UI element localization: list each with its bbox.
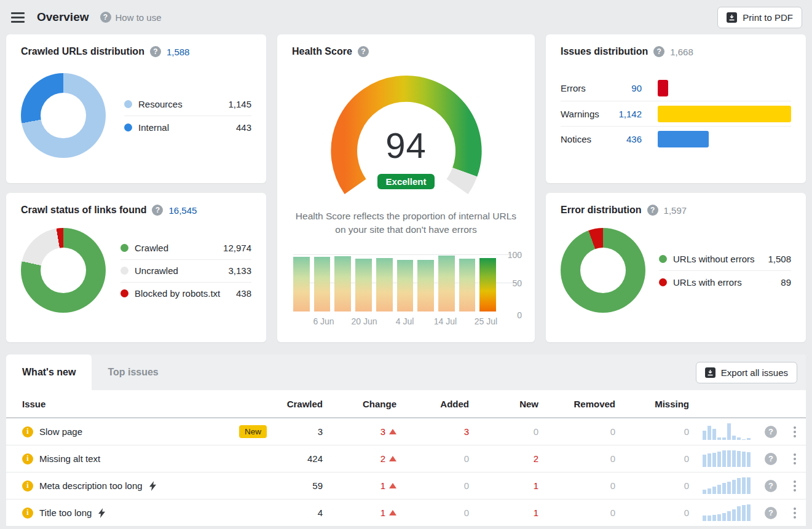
legend: Crawled12,974Uncrawled3,133Blocked by ro…: [120, 237, 251, 305]
column-issue[interactable]: Issue: [6, 399, 270, 409]
history-bar[interactable]: [397, 260, 414, 312]
history-bar[interactable]: [314, 257, 331, 312]
removed-value[interactable]: 0: [538, 480, 615, 491]
change-cell: 1: [323, 507, 396, 518]
help-icon[interactable]: ?: [150, 46, 161, 57]
added-value[interactable]: 3: [396, 426, 469, 437]
issues-bar-label: Errors: [561, 83, 611, 93]
kebab-dot: [794, 458, 796, 460]
history-bar[interactable]: [355, 259, 372, 312]
kebab-menu-icon[interactable]: [794, 507, 796, 519]
table-row[interactable]: iSlow pageNew333000?: [6, 418, 806, 445]
kebab-menu-icon[interactable]: [794, 426, 796, 437]
help-icon[interactable]: ?: [358, 46, 369, 57]
legend: Resources1,145Internal443: [124, 93, 251, 138]
history-bar[interactable]: [293, 257, 310, 312]
issues-bar: [658, 106, 791, 122]
history-plot: 100500: [293, 253, 522, 312]
menu-icon[interactable]: [11, 12, 25, 23]
column-missing[interactable]: Missing: [615, 399, 689, 409]
total-link[interactable]: 1,588: [167, 47, 190, 57]
missing-value[interactable]: 0: [615, 480, 689, 491]
missing-value[interactable]: 0: [615, 453, 689, 464]
history-bar[interactable]: [417, 260, 434, 312]
missing-value[interactable]: 0: [615, 507, 689, 518]
added-value[interactable]: 0: [396, 480, 469, 491]
new-value[interactable]: 1: [469, 480, 538, 491]
how-to-use-link[interactable]: How to use: [116, 12, 162, 23]
kebab-menu-icon[interactable]: [794, 453, 796, 464]
issues-bar-value[interactable]: 90: [611, 83, 642, 93]
issues-bar-label: Warnings: [561, 109, 611, 119]
new-value[interactable]: 2: [469, 453, 538, 464]
column-added[interactable]: Added: [396, 399, 469, 409]
help-icon[interactable]: ?: [647, 205, 658, 216]
column-new[interactable]: New: [469, 399, 538, 409]
change-value[interactable]: 1: [380, 507, 385, 518]
missing-value[interactable]: 0: [615, 426, 689, 437]
table-row[interactable]: iMeta description too long5910100?: [6, 472, 806, 500]
removed-value[interactable]: 0: [538, 453, 615, 464]
print-to-pdf-button[interactable]: Print to PDF: [717, 7, 802, 28]
help-icon[interactable]: ?: [765, 507, 777, 519]
legend-item[interactable]: URLs with errors89: [659, 270, 791, 293]
history-bar[interactable]: [376, 258, 393, 312]
history-bar[interactable]: [438, 256, 455, 312]
tab-whats-new[interactable]: What's new: [6, 355, 92, 390]
sparkline-bar: [727, 450, 731, 467]
legend-item[interactable]: Uncrawled3,133: [120, 259, 251, 282]
warning-icon: i: [22, 480, 33, 492]
legend-item[interactable]: Resources1,145: [124, 93, 251, 116]
legend-value: 12,974: [218, 243, 251, 253]
crawled-value[interactable]: 4: [270, 507, 323, 518]
health-score-history-chart: 1005006 Jun20 Jun4 Jul14 Jul25 Jul: [293, 253, 520, 327]
column-change[interactable]: Change: [323, 399, 396, 409]
x-axis-tick: 4 Jul: [396, 316, 414, 326]
history-bar[interactable]: [479, 258, 496, 312]
table-row[interactable]: iTitle too long410100?: [6, 500, 806, 527]
legend-color-dot: [124, 123, 132, 131]
change-value[interactable]: 3: [380, 426, 385, 437]
help-icon[interactable]: ?: [765, 453, 777, 465]
tab-top-issues[interactable]: Top issues: [92, 355, 174, 390]
legend-item[interactable]: Crawled12,974: [120, 237, 251, 259]
history-bar[interactable]: [459, 259, 476, 312]
new-value[interactable]: 0: [469, 426, 538, 437]
new-value[interactable]: 1: [469, 507, 538, 518]
legend-item[interactable]: URLs without errors1,508: [659, 248, 791, 270]
crawled-value[interactable]: 3: [270, 426, 323, 437]
help-icon[interactable]: ?: [653, 46, 664, 57]
change-value[interactable]: 2: [380, 453, 385, 464]
added-value[interactable]: 0: [396, 507, 469, 518]
crawled-urls-donut-chart: [21, 73, 106, 158]
added-value[interactable]: 0: [396, 453, 469, 464]
removed-value[interactable]: 0: [538, 426, 615, 437]
issues-bar-row: Errors90: [561, 76, 791, 101]
column-removed[interactable]: Removed: [538, 399, 615, 409]
sparkline-bar: [747, 452, 751, 467]
change-value[interactable]: 1: [380, 480, 385, 491]
help-icon[interactable]: ?: [100, 12, 111, 23]
total-link[interactable]: 16,545: [168, 205, 197, 216]
issues-bar-value[interactable]: 1,142: [611, 109, 642, 119]
issue-name-link[interactable]: Missing alt text: [39, 453, 100, 464]
help-icon[interactable]: ?: [765, 426, 777, 438]
crawled-value[interactable]: 59: [270, 480, 323, 491]
help-icon[interactable]: ?: [152, 205, 163, 216]
kebab-menu-icon[interactable]: [794, 480, 796, 492]
kebab-dot: [794, 462, 796, 464]
issue-name-link[interactable]: Meta description too long: [39, 480, 143, 491]
legend-item[interactable]: Internal443: [124, 116, 251, 138]
issue-name-link[interactable]: Title too long: [39, 507, 92, 518]
history-bar[interactable]: [334, 256, 351, 312]
help-icon[interactable]: ?: [765, 480, 777, 492]
crawled-value[interactable]: 424: [270, 453, 323, 464]
sparkline-bar: [727, 511, 731, 521]
removed-value[interactable]: 0: [538, 507, 615, 518]
table-row[interactable]: iMissing alt text42420200?: [6, 445, 806, 472]
column-crawled[interactable]: Crawled: [270, 399, 323, 409]
issues-bar-value[interactable]: 436: [611, 134, 642, 144]
legend-item[interactable]: Blocked by robots.txt438: [120, 282, 251, 305]
export-all-issues-button[interactable]: Export all issues: [696, 362, 797, 383]
issue-name-link[interactable]: Slow page: [39, 426, 82, 437]
